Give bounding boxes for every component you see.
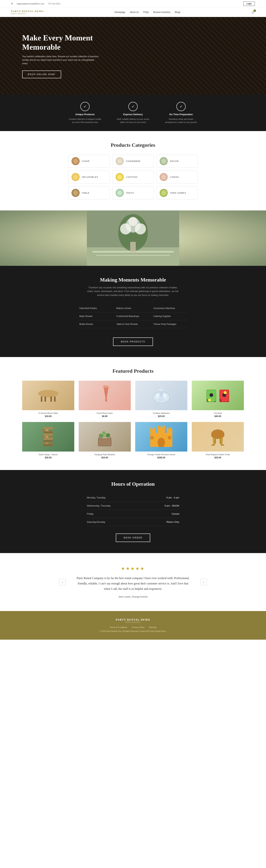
footer-sitemap[interactable]: Sitemap xyxy=(149,626,156,628)
svg-rect-12 xyxy=(54,397,56,402)
footer-privacy[interactable]: Privacy Policy xyxy=(132,626,144,628)
svg-point-8 xyxy=(128,217,138,226)
round-table-price: $18.00 xyxy=(22,415,74,417)
nav-about[interactable]: About Us xyxy=(130,11,139,13)
svg-rect-13 xyxy=(45,397,46,402)
decor-thumb xyxy=(159,157,168,165)
category-table[interactable]: TABLE xyxy=(68,186,110,199)
svg-point-28 xyxy=(158,389,164,391)
svg-rect-64 xyxy=(157,428,165,439)
product-round-table[interactable]: 6' Round Wood Table $18.00 xyxy=(22,381,74,417)
product-jenga[interactable]: Giant Jenga - Deluxe $30.00 xyxy=(22,422,74,459)
cornhole-svg xyxy=(205,386,231,405)
feature-preparation-title: On Time Preparation xyxy=(169,113,193,116)
svg-rect-84 xyxy=(220,444,224,445)
product-castle[interactable]: Orange Castle Princess House $290.00 xyxy=(135,422,187,459)
category-inflatables[interactable]: INFLATABLES xyxy=(68,170,110,184)
yardgames-label: YARD GAMES xyxy=(170,192,186,194)
product-floral-forks[interactable]: Floral Rose Forks $6.90 xyxy=(79,381,131,417)
svg-rect-43 xyxy=(46,442,49,444)
svg-rect-51 xyxy=(43,431,53,433)
hero-subtitle: Your perfect celebration starts here. Br… xyxy=(22,55,100,65)
hero-title: Make Every Moment Memorable xyxy=(22,33,100,52)
svg-rect-41 xyxy=(43,444,53,446)
feature-preparation-desc: Seamless setup and expert arrangement, r… xyxy=(165,118,198,124)
svg-rect-37 xyxy=(219,399,221,402)
floral-forks-image xyxy=(79,381,131,410)
svg-rect-49 xyxy=(49,436,52,438)
feature-unique-desc: Curated collection of elegant rentals yo… xyxy=(68,118,101,124)
forks-svg xyxy=(95,385,114,406)
book-order-button[interactable]: BOOK ORDER xyxy=(116,533,150,542)
product-tableware[interactable]: Coraline tableware $25.00 xyxy=(135,381,187,417)
svg-rect-79 xyxy=(213,437,215,445)
time-sat-sun: Return Only xyxy=(167,521,179,523)
chinaware-label: CHINAWARE xyxy=(126,160,141,162)
svg-point-24 xyxy=(108,386,110,388)
svg-rect-70 xyxy=(160,426,162,429)
jenga-image xyxy=(22,422,74,452)
hours-title: Hours of Operation xyxy=(22,481,244,487)
svg-rect-34 xyxy=(214,401,216,402)
testimonial-section: ‹ ★★★★★ Party Rental Company is by far t… xyxy=(0,553,266,611)
categories-title: Products Categories xyxy=(22,142,244,148)
service-kids: Kids/Adult Parties xyxy=(78,304,115,312)
nav-links: Homepage About Us FAQs Browse Inventory … xyxy=(115,11,180,13)
svg-rect-82 xyxy=(219,437,221,444)
svg-point-6 xyxy=(120,223,131,235)
nav-faqs[interactable]: FAQs xyxy=(143,11,149,13)
castle-svg xyxy=(148,426,174,448)
inflatables-label: INFLATABLES xyxy=(82,176,98,178)
svg-point-60 xyxy=(102,431,105,434)
testimonial-next-button[interactable]: › xyxy=(200,579,207,585)
hero-content: Make Every Moment Memorable Your perfect… xyxy=(22,33,100,78)
castle-image xyxy=(135,422,187,452)
jenga-svg xyxy=(41,426,56,448)
svg-rect-47 xyxy=(42,436,45,438)
cart-button[interactable]: 🛒 0 xyxy=(251,10,255,14)
footer-copyright: © 2025 Party Rentals Plus. All Rights Re… xyxy=(22,630,244,632)
testimonial-text: Party Rental Company is by far the best … xyxy=(76,576,190,591)
book-products-button[interactable]: BOOK PRODUCTS xyxy=(113,337,153,346)
floral-forks-price: $6.90 xyxy=(79,415,131,417)
svg-rect-68 xyxy=(170,428,171,430)
product-baskets[interactable]: Hanging Plant Baskets $24.00 xyxy=(79,422,131,459)
nav-icons: 🛒 0 xyxy=(251,10,255,14)
category-yardgames[interactable]: YARD GAMES xyxy=(156,186,198,199)
category-lighting[interactable]: LIGHTING xyxy=(113,170,154,184)
category-chinaware[interactable]: CHINAWARE xyxy=(113,155,154,167)
service-baby: Baby Shower xyxy=(78,312,115,320)
product-golden-chair[interactable]: Oval Shaped Golden Chair $25.00 xyxy=(192,422,244,459)
table-svg xyxy=(37,388,59,403)
svg-point-57 xyxy=(99,434,103,438)
cornhole-image xyxy=(192,381,244,410)
footer-terms[interactable]: Terms & Conditions xyxy=(110,626,127,628)
featured-products-section: Featured Products 6' Round Wood Table $1… xyxy=(0,357,266,470)
making-moments-desc: Transform any occasion into something ex… xyxy=(87,286,179,297)
hours-row-mon-tue: Monday, Tuesday 9 am - 4 pm xyxy=(87,494,179,502)
category-tents[interactable]: TENTS xyxy=(113,186,154,199)
castle-price: $290.00 xyxy=(135,456,187,459)
baskets-image xyxy=(79,422,131,452)
hours-row-sat-sun: Saturday/Sunday Return Only xyxy=(87,518,179,526)
product-cornhole[interactable]: Cornhole $40.00 xyxy=(192,381,244,417)
category-decor[interactable]: DECOR xyxy=(156,155,198,167)
next-arrow-icon: › xyxy=(203,580,204,584)
category-chair[interactable]: CHAIR xyxy=(68,155,110,167)
login-button[interactable]: Login xyxy=(243,1,255,6)
nav-homepage[interactable]: Homepage xyxy=(115,11,125,13)
banner-decoration xyxy=(0,211,266,266)
hero-cta-button[interactable]: BOOK ONLINE NOW! xyxy=(22,70,61,78)
footer-links: Terms & Conditions Privacy Policy Sitema… xyxy=(22,626,244,628)
footer: PARTY RENTAL DEMO PARTY RENTALS Terms & … xyxy=(0,611,266,640)
products-grid: 6' Round Wood Table $18.00 Floral R xyxy=(22,381,244,459)
svg-point-59 xyxy=(106,433,110,437)
day-mon-tue: Monday, Tuesday xyxy=(87,496,106,499)
email-icon: ✉ xyxy=(11,2,13,5)
category-linens[interactable]: LINENS xyxy=(156,170,198,184)
tableware-svg xyxy=(150,386,172,405)
testimonial-prev-button[interactable]: ‹ xyxy=(59,579,66,585)
svg-point-75 xyxy=(168,436,171,439)
nav-blogs[interactable]: Blogs xyxy=(175,11,180,13)
nav-inventory[interactable]: Browse Inventory xyxy=(153,11,171,13)
